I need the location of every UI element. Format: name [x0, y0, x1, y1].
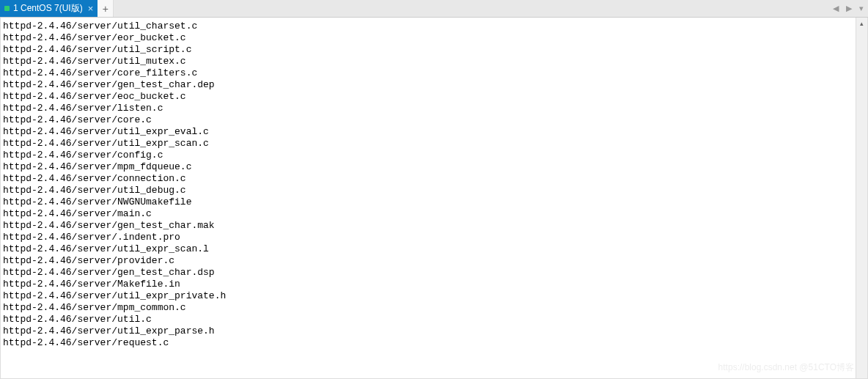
tab-next-icon[interactable]: ▶	[845, 4, 853, 13]
tab-nav: ◀ ▶ ▾	[831, 0, 865, 17]
tab-label: 1 CentOS 7(UI版)	[13, 2, 83, 15]
tab-menu-icon[interactable]: ▾	[858, 4, 865, 13]
scroll-up-icon[interactable]: ▴	[856, 18, 867, 29]
tab-prev-icon[interactable]: ◀	[831, 4, 840, 13]
status-indicator-icon	[4, 6, 10, 11]
tab-active[interactable]: 1 CentOS 7(UI版) ×	[0, 0, 98, 17]
tab-bar: 1 CentOS 7(UI版) × + ◀ ▶ ▾	[0, 0, 868, 18]
plus-icon: +	[103, 3, 108, 15]
close-icon[interactable]: ×	[88, 4, 94, 13]
terminal-output[interactable]: httpd-2.4.46/server/util_charset.c httpd…	[1, 18, 867, 378]
add-tab-button[interactable]: +	[98, 0, 114, 17]
vertical-scrollbar[interactable]: ▴	[856, 18, 867, 378]
terminal-pane: httpd-2.4.46/server/util_charset.c httpd…	[0, 18, 868, 379]
